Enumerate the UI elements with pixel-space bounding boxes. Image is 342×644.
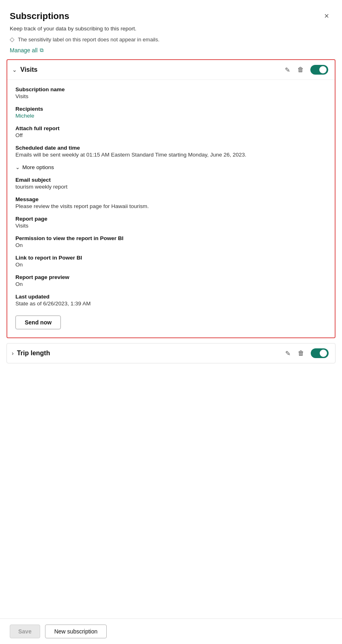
attach-report-group: Attach full report Off	[15, 125, 327, 138]
external-link-icon: ⧉	[40, 47, 43, 54]
sensitivity-row: ◇ The sensitivity label on this report d…	[0, 34, 342, 45]
trip-length-chevron-right-icon[interactable]: ›	[12, 350, 14, 356]
visits-toggle-thumb	[319, 66, 327, 73]
report-page-value: Visits	[15, 223, 327, 229]
send-now-button[interactable]: Send now	[15, 316, 61, 329]
link-group: Link to report in Power BI On	[15, 255, 327, 268]
subscription-name-group: Subscription name Visits	[15, 86, 327, 99]
link-label: Link to report in Power BI	[15, 255, 327, 261]
visits-subscription-card: ⌄ Visits ✎ 🗑 Subscription name Visits	[6, 59, 336, 338]
trip-length-toggle-thumb	[320, 350, 327, 357]
email-subject-group: Email subject tourism weekly report	[15, 177, 327, 190]
visits-toggle[interactable]	[310, 65, 328, 75]
scheduled-label: Scheduled date and time	[15, 145, 327, 151]
recipients-group: Recipients Michele	[15, 106, 327, 119]
email-subject-label: Email subject	[15, 177, 327, 183]
close-button[interactable]: ×	[321, 10, 332, 22]
recipients-label: Recipients	[15, 106, 327, 112]
subtitle-text: Keep track of your data by subscribing t…	[0, 26, 342, 34]
footer: Save New subscription	[0, 618, 342, 644]
visits-card-header: ⌄ Visits ✎ 🗑	[7, 60, 335, 80]
trip-length-toggle-track	[311, 348, 329, 358]
visits-edit-button[interactable]: ✎	[284, 65, 291, 75]
trip-length-card-header: › Trip length ✎ 🗑	[7, 343, 335, 363]
subscriptions-panel: Subscriptions × Keep track of your data …	[0, 0, 342, 644]
permission-group: Permission to view the report in Power B…	[15, 235, 327, 248]
subscription-name-value: Visits	[15, 93, 327, 99]
more-options-chevron-icon: ⌄	[15, 164, 20, 170]
last-updated-label: Last updated	[15, 294, 327, 300]
preview-group: Report page preview On	[15, 274, 327, 287]
last-updated-value: State as of 6/26/2023, 1:39 AM	[15, 301, 327, 307]
message-label: Message	[15, 196, 327, 202]
more-options-label: More options	[22, 164, 54, 170]
sensitivity-note: The sensitivity label on this report doe…	[18, 36, 159, 43]
more-options-row[interactable]: ⌄ More options	[15, 164, 327, 170]
panel-header: Subscriptions ×	[0, 0, 342, 26]
visits-card-title: Visits	[20, 66, 37, 73]
trip-length-card-title: Trip length	[17, 350, 50, 357]
spacer	[0, 368, 342, 644]
trip-length-delete-button[interactable]: 🗑	[297, 349, 305, 358]
subscription-name-label: Subscription name	[15, 86, 327, 92]
visits-toggle-track	[310, 65, 328, 75]
message-group: Message Please review the visits report …	[15, 196, 327, 209]
attach-report-label: Attach full report	[15, 125, 327, 131]
recipients-value: Michele	[15, 113, 327, 119]
visits-delete-button[interactable]: 🗑	[297, 65, 305, 74]
trip-length-card: › Trip length ✎ 🗑	[6, 343, 336, 363]
attach-report-value: Off	[15, 132, 327, 138]
report-page-label: Report page	[15, 216, 327, 222]
trip-length-header-right: ✎ 🗑	[284, 348, 329, 358]
sensitivity-icon: ◇	[10, 36, 15, 43]
message-value: Please review the visits report page for…	[15, 203, 327, 209]
save-button: Save	[10, 625, 40, 638]
report-page-group: Report page Visits	[15, 216, 327, 229]
new-subscription-button[interactable]: New subscription	[45, 625, 107, 638]
trip-length-header-left: › Trip length	[12, 350, 50, 357]
manage-all-label: Manage all	[10, 47, 38, 54]
panel-title: Subscriptions	[10, 11, 69, 21]
card-header-right: ✎ 🗑	[284, 65, 328, 75]
link-value: On	[15, 262, 327, 268]
manage-all-row: Manage all ⧉	[0, 45, 342, 59]
scheduled-group: Scheduled date and time Emails will be s…	[15, 145, 327, 158]
scheduled-value: Emails will be sent weekly at 01:15 AM E…	[15, 152, 327, 158]
visits-card-body: Subscription name Visits Recipients Mich…	[7, 80, 335, 337]
visits-chevron-down-icon[interactable]: ⌄	[12, 67, 17, 73]
last-updated-group: Last updated State as of 6/26/2023, 1:39…	[15, 294, 327, 307]
email-subject-value: tourism weekly report	[15, 184, 327, 190]
preview-value: On	[15, 281, 327, 287]
permission-value: On	[15, 242, 327, 248]
manage-all-link[interactable]: Manage all ⧉	[10, 47, 43, 54]
trip-length-toggle[interactable]	[311, 348, 329, 358]
preview-label: Report page preview	[15, 274, 327, 280]
permission-label: Permission to view the report in Power B…	[15, 235, 327, 241]
card-header-left: ⌄ Visits	[12, 66, 37, 73]
trip-length-edit-button[interactable]: ✎	[284, 349, 291, 358]
